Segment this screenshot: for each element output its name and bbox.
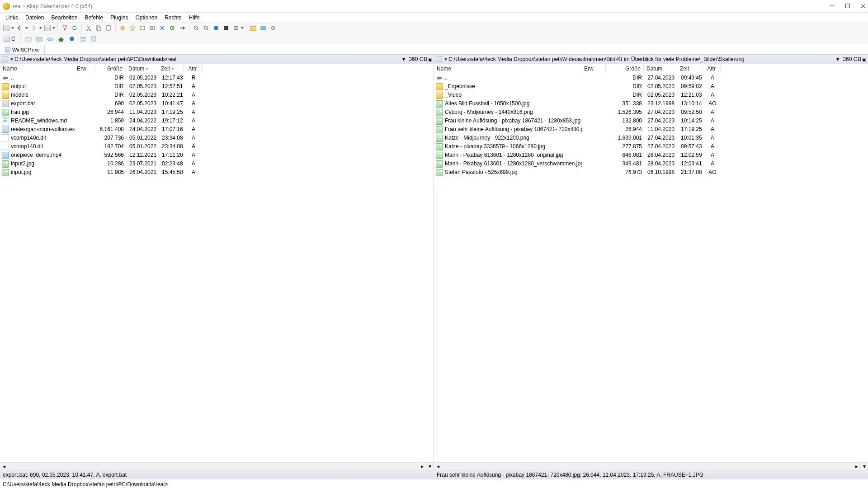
- newfolder-icon[interactable]: [249, 23, 258, 33]
- file-row[interactable]: export.bat69002.05.202310:41:47A: [0, 99, 434, 108]
- file-row[interactable]: frau.jpg26.94411.04.202317:19:25A: [0, 108, 434, 116]
- forward-dd[interactable]: [39, 23, 42, 33]
- scroll-left-icon[interactable]: ◂: [0, 463, 8, 470]
- file-row[interactable]: Cyborg - Midjourney - 1440x816.png1.526.…: [434, 108, 868, 116]
- gear-icon[interactable]: [269, 23, 278, 33]
- back-button[interactable]: [15, 23, 24, 33]
- file-row[interactable]: Frau kleine Auflösung - pixabay 1867421 …: [434, 116, 868, 125]
- file-row[interactable]: Katze - Midjourney - 922x1200.png1.639.0…: [434, 133, 868, 142]
- right-file-list[interactable]: ..DIR27.04.202309:49:45A_ErgebnisseDIR02…: [434, 73, 868, 462]
- file-row[interactable]: ..DIR02.05.202312:17:43R: [0, 73, 434, 82]
- file-row[interactable]: ..DIR27.04.202309:49:45A: [434, 73, 868, 82]
- col-time[interactable]: Zeit▼: [158, 64, 184, 73]
- zoom-icon[interactable]: [202, 23, 211, 33]
- col-name[interactable]: Name: [0, 64, 74, 73]
- col-erw[interactable]: Erw: [74, 64, 95, 73]
- back-dd[interactable]: [25, 23, 28, 33]
- drive-app-icon[interactable]: [89, 34, 98, 43]
- drive-c-button[interactable]: C: [2, 34, 17, 43]
- minimize-button[interactable]: [830, 3, 835, 9]
- list-dd[interactable]: [231, 23, 244, 33]
- refresh-button[interactable]: [70, 23, 79, 33]
- drive-cloud-icon[interactable]: [46, 34, 55, 43]
- col-date[interactable]: Datum: [644, 64, 677, 73]
- scroll-left-icon[interactable]: ◂: [434, 463, 442, 470]
- col-erw[interactable]: Erw: [581, 64, 606, 73]
- file-row[interactable]: vcomp140.dll182.70405.01.202223:34:08A: [0, 142, 434, 150]
- file-row[interactable]: outputDIR02.05.202312:57:51A: [0, 82, 434, 90]
- file-row[interactable]: Stefan Passfoto - 525x699.jpg76.97306.10…: [434, 168, 868, 176]
- filter-button[interactable]: [60, 23, 69, 33]
- col-date[interactable]: Datum▼: [126, 64, 158, 73]
- search-icon[interactable]: [192, 23, 201, 33]
- right-vscroll-down[interactable]: ▾: [860, 462, 868, 470]
- menu-plugins[interactable]: Plugins: [107, 13, 132, 22]
- file-row[interactable]: onepiece_demo.mp4592.56612.12.202117:11:…: [0, 150, 434, 159]
- command-line[interactable]: C:\Users\stefa\4eck Media Dropbox\stefan…: [0, 479, 868, 488]
- drive-home-icon[interactable]: [57, 34, 66, 43]
- file-row[interactable]: Katze - pixabay 3336579 - 1066x1280.jpg2…: [434, 142, 868, 150]
- tool-icon-3[interactable]: [158, 23, 167, 33]
- file-row[interactable]: Frau sehr kleine Auflösung - pixabay 186…: [434, 125, 868, 133]
- menu-bearbeiten[interactable]: Bearbeiten: [47, 13, 81, 22]
- drive-right-dd[interactable]: [43, 23, 55, 33]
- tool-icon-2[interactable]: [148, 23, 157, 33]
- file-row[interactable]: input.jpg11.98526.04.202115:45:50A: [0, 168, 434, 176]
- col-time[interactable]: Zeit: [677, 64, 703, 73]
- menu-hilfe[interactable]: Hilfe: [185, 13, 203, 22]
- menu-links[interactable]: Links: [2, 13, 22, 22]
- file-row[interactable]: _ErgebnisseDIR02.05.202309:59:02A: [434, 82, 868, 90]
- close-button[interactable]: [861, 3, 865, 9]
- menu-dateien[interactable]: Dateien: [22, 13, 47, 22]
- col-size[interactable]: Größe: [606, 64, 644, 73]
- col-name[interactable]: Name: [434, 64, 581, 73]
- paste-button[interactable]: [104, 23, 113, 33]
- file-row[interactable]: _VideoDIR02.05.202312:21:03A: [434, 90, 868, 99]
- file-row[interactable]: input2.jpg10.28623.07.202102:23:48A: [0, 159, 434, 168]
- terminal-icon[interactable]: [222, 23, 231, 33]
- globe-icon[interactable]: [212, 23, 221, 33]
- scroll-right-icon[interactable]: ▸: [853, 463, 860, 470]
- left-vscroll-down[interactable]: ▾: [426, 462, 434, 470]
- drive-net-icon[interactable]: [67, 34, 76, 43]
- drive-left-dd[interactable]: [2, 23, 14, 33]
- left-path-bar[interactable]: ▾ C:\Users\stefa\4eck Media Dropbox\stef…: [0, 54, 434, 64]
- col-attr[interactable]: Attr: [184, 64, 202, 73]
- cell: 11.985: [96, 169, 127, 175]
- scroll-right-icon[interactable]: ▸: [418, 463, 426, 470]
- right-path-bar[interactable]: ▾ C:\Users\stefa\4eck Media Dropbox\stef…: [434, 54, 868, 64]
- file-row[interactable]: modelsDIR02.05.202310:22:21A: [0, 90, 434, 99]
- left-free-icon[interactable]: ▣: [428, 57, 432, 62]
- right-hscroll[interactable]: ◂ ▸: [434, 462, 860, 470]
- tool-icon-5[interactable]: [178, 23, 187, 33]
- menu-rechts[interactable]: Rechts: [161, 13, 185, 22]
- menu-befehle[interactable]: Befehle: [81, 13, 107, 22]
- file-row[interactable]: realesrgan-ncnn-vulkan.exe6.161.40824.04…: [0, 125, 434, 133]
- file-row[interactable]: Altes Bild Fussball - 1050x1500.jpg351.3…: [434, 99, 868, 108]
- star1-icon[interactable]: [118, 23, 127, 33]
- winscp-tab[interactable]: WinSCP.exe: [3, 45, 45, 54]
- tool-icon-4[interactable]: [168, 23, 177, 33]
- menu-optionen[interactable]: Optionen: [132, 13, 161, 22]
- check-icon[interactable]: [259, 23, 268, 33]
- drive-doc-icon[interactable]: [78, 34, 87, 43]
- file-row[interactable]: Mann - Pixabay 613601 - 1280x1280_versch…: [434, 159, 868, 168]
- drive-icon-2[interactable]: [24, 34, 33, 43]
- maximize-button[interactable]: [845, 3, 850, 9]
- file-row[interactable]: README_windows.md1.85924.04.202219:17:12…: [0, 116, 434, 125]
- left-path-dd[interactable]: ▾: [401, 56, 406, 62]
- forward-button[interactable]: [29, 23, 38, 33]
- left-hscroll[interactable]: ◂ ▸: [0, 462, 426, 470]
- file-row[interactable]: Mann - Pixabay 613601 - 1280x1280_origin…: [434, 150, 868, 159]
- left-file-list[interactable]: ..DIR02.05.202312:17:43RoutputDIR02.05.2…: [0, 73, 434, 462]
- right-path-dd[interactable]: ▾: [835, 56, 840, 62]
- star2-icon[interactable]: [128, 23, 137, 33]
- drive-icon-3[interactable]: [35, 34, 44, 43]
- tool-icon-1[interactable]: [138, 23, 147, 33]
- col-size[interactable]: Größe: [95, 64, 126, 73]
- right-free-icon[interactable]: ▣: [862, 57, 866, 62]
- copy-button[interactable]: [94, 23, 103, 33]
- file-row[interactable]: vcomp140d.dll207.73605.01.202223:34:08A: [0, 133, 434, 142]
- col-attr[interactable]: Attr: [703, 64, 721, 73]
- cut-button[interactable]: [84, 23, 93, 33]
